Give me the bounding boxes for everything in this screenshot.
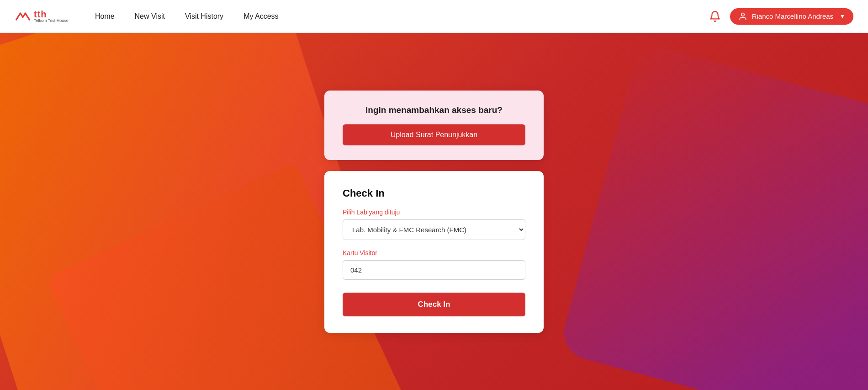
user-name: Rianco Marcellino Andreas (752, 12, 833, 20)
chevron-down-icon: ▼ (840, 13, 845, 20)
lab-form-group: Pilih Lab yang dituju Lab. Mobility & FM… (343, 208, 525, 240)
checkin-card-title: Check In (343, 187, 525, 199)
checkin-button[interactable]: Check In (343, 293, 525, 316)
notification-bell-button[interactable] (709, 11, 721, 22)
main-content: Ingin menambahkan akses baru? Upload Sur… (0, 33, 868, 390)
visitor-card-input[interactable] (343, 260, 525, 280)
checkin-card: Check In Pilih Lab yang dituju Lab. Mobi… (324, 171, 544, 333)
tth-logo-icon (15, 8, 31, 25)
upload-surat-button[interactable]: Upload Surat Penunjukkan (343, 124, 525, 145)
user-icon (738, 12, 747, 21)
lab-select[interactable]: Lab. Mobility & FMC Research (FMC) Lab. … (343, 219, 525, 240)
nav-home[interactable]: Home (87, 9, 123, 24)
user-menu-button[interactable]: Rianco Marcellino Andreas ▼ (730, 8, 853, 25)
main-nav: Home New Visit Visit History My Access (87, 9, 287, 24)
nav-my-access[interactable]: My Access (235, 9, 286, 24)
nav-new-visit[interactable]: New Visit (127, 9, 173, 24)
cards-container: Ingin menambahkan akses baru? Upload Sur… (0, 33, 868, 390)
visitor-card-label: Kartu Visitor (343, 249, 525, 256)
svg-point-0 (741, 13, 744, 16)
brand-text: tth Telkom Test House (34, 9, 69, 23)
lab-label: Pilih Lab yang dituju (343, 208, 525, 216)
brand-logo: tth Telkom Test House (15, 8, 69, 25)
bell-icon (709, 11, 721, 22)
visitor-card-form-group: Kartu Visitor (343, 249, 525, 280)
navbar: tth Telkom Test House Home New Visit Vis… (0, 0, 868, 33)
upload-card-title: Ingin menambahkan akses baru? (365, 105, 503, 115)
upload-access-card: Ingin menambahkan akses baru? Upload Sur… (324, 91, 544, 160)
navbar-right: Rianco Marcellino Andreas ▼ (709, 8, 853, 25)
nav-visit-history[interactable]: Visit History (177, 9, 232, 24)
